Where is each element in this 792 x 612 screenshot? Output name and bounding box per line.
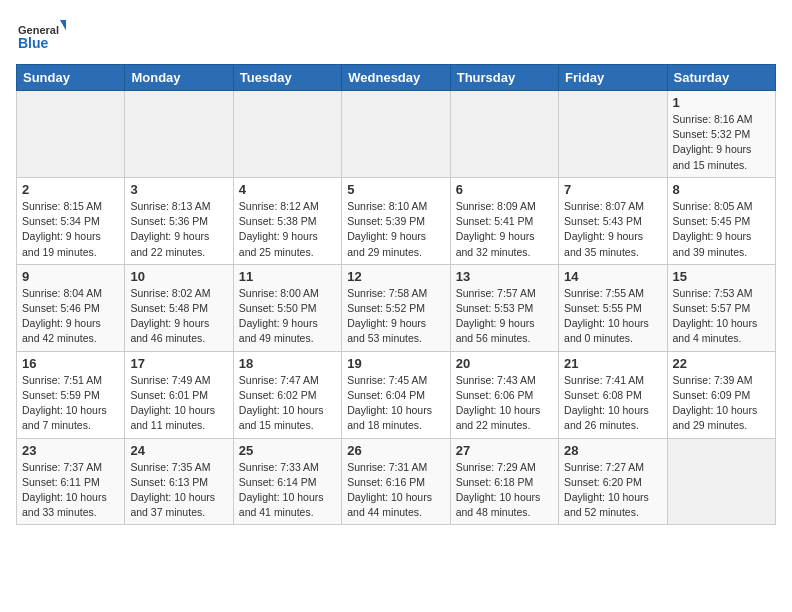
- calendar-cell: 9Sunrise: 8:04 AM Sunset: 5:46 PM Daylig…: [17, 264, 125, 351]
- calendar-cell: 2Sunrise: 8:15 AM Sunset: 5:34 PM Daylig…: [17, 177, 125, 264]
- day-number: 8: [673, 182, 770, 197]
- calendar-cell: 19Sunrise: 7:45 AM Sunset: 6:04 PM Dayli…: [342, 351, 450, 438]
- day-info: Sunrise: 7:35 AM Sunset: 6:13 PM Dayligh…: [130, 460, 227, 521]
- day-number: 18: [239, 356, 336, 371]
- day-number: 21: [564, 356, 661, 371]
- svg-text:Blue: Blue: [18, 35, 49, 51]
- calendar-week-row: 23Sunrise: 7:37 AM Sunset: 6:11 PM Dayli…: [17, 438, 776, 525]
- calendar-week-row: 2Sunrise: 8:15 AM Sunset: 5:34 PM Daylig…: [17, 177, 776, 264]
- logo: General Blue: [16, 16, 66, 56]
- weekday-header: Friday: [559, 65, 667, 91]
- day-number: 3: [130, 182, 227, 197]
- day-number: 20: [456, 356, 553, 371]
- weekday-header: Thursday: [450, 65, 558, 91]
- weekday-header: Tuesday: [233, 65, 341, 91]
- calendar-cell: 25Sunrise: 7:33 AM Sunset: 6:14 PM Dayli…: [233, 438, 341, 525]
- day-number: 15: [673, 269, 770, 284]
- calendar-week-row: 9Sunrise: 8:04 AM Sunset: 5:46 PM Daylig…: [17, 264, 776, 351]
- day-number: 7: [564, 182, 661, 197]
- calendar-cell: 26Sunrise: 7:31 AM Sunset: 6:16 PM Dayli…: [342, 438, 450, 525]
- day-number: 14: [564, 269, 661, 284]
- calendar-cell: [667, 438, 775, 525]
- calendar-cell: 21Sunrise: 7:41 AM Sunset: 6:08 PM Dayli…: [559, 351, 667, 438]
- weekday-header: Saturday: [667, 65, 775, 91]
- calendar-cell: 1Sunrise: 8:16 AM Sunset: 5:32 PM Daylig…: [667, 91, 775, 178]
- weekday-header: Sunday: [17, 65, 125, 91]
- calendar-cell: 7Sunrise: 8:07 AM Sunset: 5:43 PM Daylig…: [559, 177, 667, 264]
- day-info: Sunrise: 7:31 AM Sunset: 6:16 PM Dayligh…: [347, 460, 444, 521]
- calendar-cell: [342, 91, 450, 178]
- calendar-cell: 17Sunrise: 7:49 AM Sunset: 6:01 PM Dayli…: [125, 351, 233, 438]
- calendar-cell: 23Sunrise: 7:37 AM Sunset: 6:11 PM Dayli…: [17, 438, 125, 525]
- day-number: 23: [22, 443, 119, 458]
- calendar-cell: 5Sunrise: 8:10 AM Sunset: 5:39 PM Daylig…: [342, 177, 450, 264]
- calendar-cell: 12Sunrise: 7:58 AM Sunset: 5:52 PM Dayli…: [342, 264, 450, 351]
- calendar-cell: 4Sunrise: 8:12 AM Sunset: 5:38 PM Daylig…: [233, 177, 341, 264]
- svg-marker-2: [60, 20, 66, 34]
- day-number: 19: [347, 356, 444, 371]
- day-info: Sunrise: 7:47 AM Sunset: 6:02 PM Dayligh…: [239, 373, 336, 434]
- day-number: 10: [130, 269, 227, 284]
- calendar-cell: [125, 91, 233, 178]
- day-info: Sunrise: 7:29 AM Sunset: 6:18 PM Dayligh…: [456, 460, 553, 521]
- calendar-header-row: SundayMondayTuesdayWednesdayThursdayFrid…: [17, 65, 776, 91]
- calendar-cell: 22Sunrise: 7:39 AM Sunset: 6:09 PM Dayli…: [667, 351, 775, 438]
- day-info: Sunrise: 7:39 AM Sunset: 6:09 PM Dayligh…: [673, 373, 770, 434]
- calendar-cell: [450, 91, 558, 178]
- day-number: 12: [347, 269, 444, 284]
- page-header: General Blue: [16, 16, 776, 56]
- calendar-cell: 28Sunrise: 7:27 AM Sunset: 6:20 PM Dayli…: [559, 438, 667, 525]
- calendar-cell: 11Sunrise: 8:00 AM Sunset: 5:50 PM Dayli…: [233, 264, 341, 351]
- day-info: Sunrise: 7:49 AM Sunset: 6:01 PM Dayligh…: [130, 373, 227, 434]
- calendar-cell: 20Sunrise: 7:43 AM Sunset: 6:06 PM Dayli…: [450, 351, 558, 438]
- day-number: 24: [130, 443, 227, 458]
- calendar-cell: 3Sunrise: 8:13 AM Sunset: 5:36 PM Daylig…: [125, 177, 233, 264]
- calendar-cell: [559, 91, 667, 178]
- day-number: 25: [239, 443, 336, 458]
- calendar-cell: 24Sunrise: 7:35 AM Sunset: 6:13 PM Dayli…: [125, 438, 233, 525]
- day-info: Sunrise: 8:02 AM Sunset: 5:48 PM Dayligh…: [130, 286, 227, 347]
- day-number: 26: [347, 443, 444, 458]
- day-number: 9: [22, 269, 119, 284]
- day-info: Sunrise: 7:43 AM Sunset: 6:06 PM Dayligh…: [456, 373, 553, 434]
- day-info: Sunrise: 8:15 AM Sunset: 5:34 PM Dayligh…: [22, 199, 119, 260]
- day-number: 11: [239, 269, 336, 284]
- calendar-week-row: 16Sunrise: 7:51 AM Sunset: 5:59 PM Dayli…: [17, 351, 776, 438]
- day-number: 22: [673, 356, 770, 371]
- day-number: 5: [347, 182, 444, 197]
- day-info: Sunrise: 7:41 AM Sunset: 6:08 PM Dayligh…: [564, 373, 661, 434]
- day-info: Sunrise: 7:27 AM Sunset: 6:20 PM Dayligh…: [564, 460, 661, 521]
- day-info: Sunrise: 8:09 AM Sunset: 5:41 PM Dayligh…: [456, 199, 553, 260]
- calendar-table: SundayMondayTuesdayWednesdayThursdayFrid…: [16, 64, 776, 525]
- day-info: Sunrise: 8:04 AM Sunset: 5:46 PM Dayligh…: [22, 286, 119, 347]
- calendar-cell: 6Sunrise: 8:09 AM Sunset: 5:41 PM Daylig…: [450, 177, 558, 264]
- day-info: Sunrise: 8:13 AM Sunset: 5:36 PM Dayligh…: [130, 199, 227, 260]
- day-info: Sunrise: 7:37 AM Sunset: 6:11 PM Dayligh…: [22, 460, 119, 521]
- day-number: 2: [22, 182, 119, 197]
- day-info: Sunrise: 7:51 AM Sunset: 5:59 PM Dayligh…: [22, 373, 119, 434]
- day-info: Sunrise: 8:12 AM Sunset: 5:38 PM Dayligh…: [239, 199, 336, 260]
- day-number: 28: [564, 443, 661, 458]
- day-number: 1: [673, 95, 770, 110]
- calendar-cell: 14Sunrise: 7:55 AM Sunset: 5:55 PM Dayli…: [559, 264, 667, 351]
- calendar-cell: 16Sunrise: 7:51 AM Sunset: 5:59 PM Dayli…: [17, 351, 125, 438]
- calendar-week-row: 1Sunrise: 8:16 AM Sunset: 5:32 PM Daylig…: [17, 91, 776, 178]
- day-info: Sunrise: 8:05 AM Sunset: 5:45 PM Dayligh…: [673, 199, 770, 260]
- day-info: Sunrise: 7:55 AM Sunset: 5:55 PM Dayligh…: [564, 286, 661, 347]
- calendar-cell: 27Sunrise: 7:29 AM Sunset: 6:18 PM Dayli…: [450, 438, 558, 525]
- day-number: 6: [456, 182, 553, 197]
- day-info: Sunrise: 8:10 AM Sunset: 5:39 PM Dayligh…: [347, 199, 444, 260]
- day-number: 4: [239, 182, 336, 197]
- weekday-header: Wednesday: [342, 65, 450, 91]
- weekday-header: Monday: [125, 65, 233, 91]
- calendar-cell: 18Sunrise: 7:47 AM Sunset: 6:02 PM Dayli…: [233, 351, 341, 438]
- day-number: 27: [456, 443, 553, 458]
- day-info: Sunrise: 7:58 AM Sunset: 5:52 PM Dayligh…: [347, 286, 444, 347]
- day-info: Sunrise: 7:33 AM Sunset: 6:14 PM Dayligh…: [239, 460, 336, 521]
- calendar-cell: [233, 91, 341, 178]
- day-number: 13: [456, 269, 553, 284]
- calendar-cell: [17, 91, 125, 178]
- day-info: Sunrise: 7:53 AM Sunset: 5:57 PM Dayligh…: [673, 286, 770, 347]
- day-info: Sunrise: 7:57 AM Sunset: 5:53 PM Dayligh…: [456, 286, 553, 347]
- day-info: Sunrise: 8:16 AM Sunset: 5:32 PM Dayligh…: [673, 112, 770, 173]
